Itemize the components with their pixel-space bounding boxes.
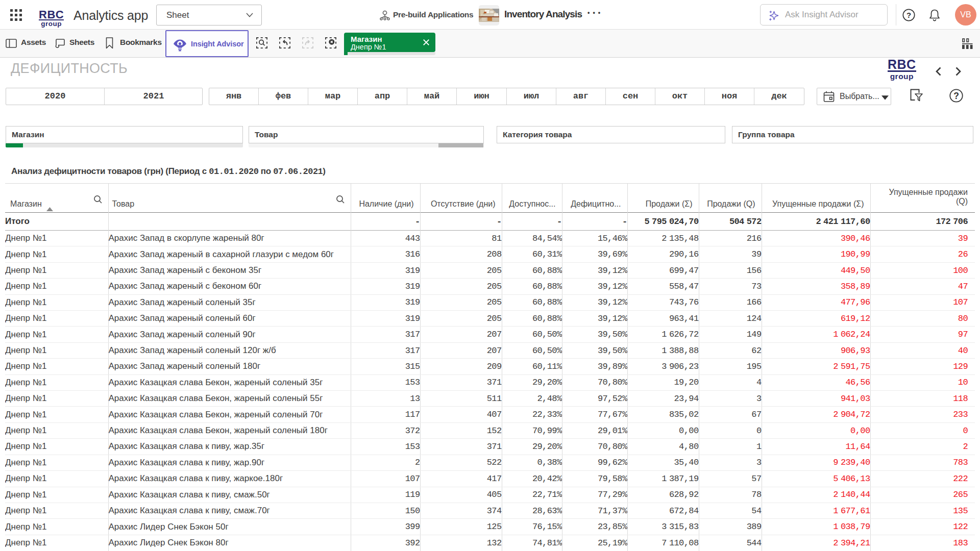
svg-text:?: ? [906,11,911,19]
svg-text:?: ? [953,91,959,101]
